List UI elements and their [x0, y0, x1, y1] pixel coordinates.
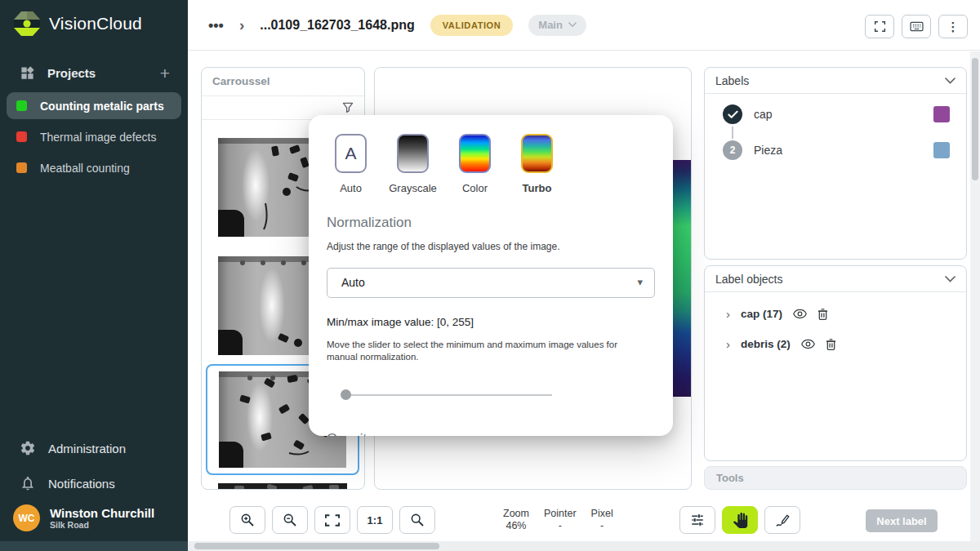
current-image-filename: ...0109_162703_1648.png — [260, 18, 414, 33]
tools-panel-title: Tools — [716, 472, 744, 484]
zoom-status: Zoom 46% — [503, 508, 529, 532]
app-title: VisionCloud — [49, 14, 142, 33]
pan-tool-button-active[interactable] — [722, 506, 758, 534]
colormap-option-grayscale[interactable]: Grayscale — [396, 134, 430, 194]
app-window: VisionCloud Projects + Counting metalic … — [0, 0, 980, 551]
color-colormap-swatch — [459, 134, 491, 173]
search-icon — [410, 513, 425, 527]
viewer-status: Zoom 46% Pointer - Pixel - — [503, 508, 613, 532]
topbar: ••• › ...0109_162703_1648.png VALIDATION… — [188, 0, 980, 51]
normalization-description: Adjust the range of the displayed values… — [327, 241, 560, 252]
sidebar-item-administration[interactable]: Administration — [20, 440, 126, 456]
order-badge: 2 — [723, 140, 742, 160]
breadcrumb-ellipsis-icon[interactable]: ••• — [208, 21, 224, 29]
zoom-out-button[interactable] — [272, 506, 308, 534]
sidebar-item-thermal-image-defects[interactable]: Thermal image defects — [7, 123, 181, 150]
visibility-eye-icon[interactable] — [801, 339, 815, 349]
visibility-eye-icon[interactable] — [793, 309, 807, 319]
chevron-down-icon[interactable] — [945, 276, 956, 282]
colormap-option-color[interactable]: Color — [458, 134, 492, 194]
user-menu[interactable]: WC Winston Churchill Silk Road — [13, 504, 154, 531]
keyboard-icon — [910, 21, 924, 32]
chevron-right-icon: › — [239, 16, 244, 34]
visioncloud-logo-icon — [12, 11, 42, 37]
normalization-mode-value: Auto — [341, 269, 365, 297]
sidebar: VisionCloud Projects + Counting metalic … — [0, 0, 188, 541]
label-color-swatch[interactable] — [933, 106, 950, 122]
vertical-scrollbar[interactable] — [970, 51, 980, 541]
zoom-value: 46% — [503, 520, 529, 532]
filter-icon[interactable] — [342, 102, 354, 113]
hand-icon — [733, 513, 748, 528]
horizontal-scrollbar[interactable] — [188, 541, 980, 551]
minmax-value-text: Min/max image value: [0, 255] — [327, 316, 474, 328]
expand-chevron-icon[interactable]: › — [726, 337, 730, 351]
user-org: Silk Road — [50, 520, 154, 530]
fullscreen-button[interactable] — [865, 15, 894, 38]
colormap-option-turbo-selected[interactable]: Turbo — [520, 134, 554, 194]
next-label-button[interactable]: Next label — [866, 509, 938, 532]
tool-mode-buttons — [679, 506, 800, 534]
zoom-in-button[interactable] — [229, 506, 265, 534]
add-project-button[interactable]: + — [160, 66, 170, 81]
labels-panel-header[interactable]: Labels — [705, 68, 966, 94]
label-objects-panel: Label objects › cap (17) › debris (2) — [704, 265, 967, 461]
select-caret-icon: ▾ — [637, 276, 643, 288]
vertical-scrollbar-thumb[interactable] — [972, 58, 978, 180]
keyboard-shortcuts-button[interactable] — [902, 15, 931, 38]
topbar-actions: ⋮ — [865, 15, 968, 38]
sidebar-item-meatball-counting[interactable]: Meatball counting — [7, 154, 181, 181]
turbo-colormap-swatch — [521, 134, 553, 173]
carousel-thumbnail-4[interactable] — [218, 483, 347, 490]
sidebar-item-counting-metalic-parts[interactable]: Counting metalic parts — [7, 92, 181, 119]
label-item-pieza[interactable]: 2 Pieza — [705, 140, 966, 161]
project-color-swatch — [16, 162, 27, 173]
bell-icon — [20, 475, 36, 491]
tools-panel-header[interactable]: Tools — [704, 466, 967, 490]
label-color-swatch[interactable] — [933, 142, 950, 158]
display-settings-modal: A Auto Grayscale Color Turbo Normalizati… — [309, 115, 673, 436]
pixel-status: Pixel - — [591, 508, 613, 532]
chevron-down-icon[interactable] — [945, 78, 956, 84]
avatar: WC — [13, 504, 40, 531]
object-group-cap[interactable]: › cap (17) — [726, 307, 828, 321]
colormap-option-auto[interactable]: A Auto — [334, 134, 368, 194]
label-name: Pieza — [754, 144, 933, 157]
search-region-button[interactable] — [399, 506, 435, 534]
label-item-cap[interactable]: cap — [705, 104, 966, 125]
administration-label: Administration — [48, 442, 126, 455]
notifications-label: Notifications — [48, 477, 115, 491]
horizontal-scrollbar-thumb[interactable] — [194, 543, 439, 549]
object-group-debris[interactable]: › debris (2) — [726, 337, 836, 351]
trash-icon[interactable] — [817, 308, 828, 320]
branch-dropdown[interactable]: Main — [528, 15, 586, 36]
label-objects-header[interactable]: Label objects — [705, 266, 966, 292]
slider-track[interactable] — [345, 394, 552, 396]
fullscreen-icon — [874, 20, 886, 33]
project-color-swatch — [16, 131, 27, 142]
label-objects-title: Label objects — [715, 273, 783, 286]
one-to-one-label: 1:1 — [368, 514, 383, 527]
label-order-connector — [732, 127, 733, 139]
tune-sliders-icon — [690, 513, 705, 527]
display-settings-button[interactable] — [679, 506, 715, 534]
kebab-icon: ⋮ — [947, 22, 960, 32]
fit-to-screen-button[interactable] — [314, 506, 350, 534]
more-options-button[interactable]: ⋮ — [938, 15, 968, 38]
actual-size-button[interactable]: 1:1 — [357, 506, 393, 534]
check-icon — [723, 104, 742, 124]
zoom-label: Zoom — [503, 508, 529, 520]
app-logo[interactable]: VisionCloud — [12, 11, 142, 37]
trash-icon[interactable] — [826, 338, 836, 350]
horizontal-scrollbar-left[interactable] — [0, 541, 188, 551]
normalization-mode-select[interactable]: Auto ▾ — [327, 268, 655, 298]
pixel-label: Pixel — [591, 508, 613, 520]
slider-handle[interactable] — [341, 389, 351, 400]
draw-tool-button[interactable] — [764, 506, 800, 534]
fit-to-screen-icon — [325, 514, 340, 527]
normalization-range-slider[interactable] — [345, 389, 552, 401]
sidebar-item-notifications[interactable]: Notifications — [20, 475, 115, 491]
zoom-toolbar: 1:1 — [229, 506, 435, 534]
expand-chevron-icon[interactable]: › — [726, 307, 730, 321]
chevron-down-icon — [568, 22, 577, 28]
